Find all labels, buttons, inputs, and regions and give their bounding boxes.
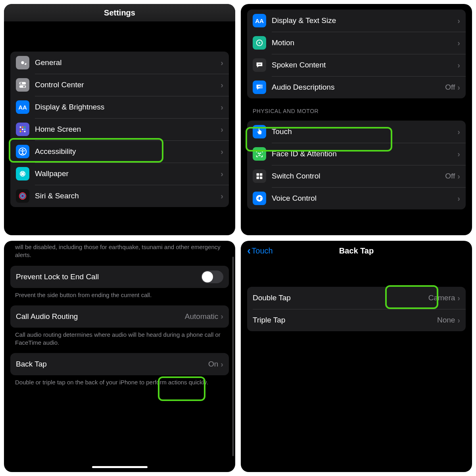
accessibility-row-spoken-content[interactable]: ••• Spoken Content › [247, 54, 466, 76]
accessibility-row-switch-control[interactable]: Switch Control Off › [247, 165, 466, 187]
svg-rect-9 [24, 129, 26, 130]
svg-point-26 [258, 153, 259, 153]
svg-point-15 [21, 173, 24, 175]
row-double-tap[interactable]: Double Tap Camera › [247, 287, 466, 309]
svg-rect-29 [260, 173, 262, 176]
settings-row-siri[interactable]: Siri & Search › [10, 185, 229, 207]
settings-row-display-brightness[interactable]: AA Display & Brightness › [10, 96, 229, 118]
accessibility-row-voice-control[interactable]: Voice Control › [247, 187, 466, 209]
motion-icon [253, 36, 266, 50]
touch-icon [253, 125, 266, 138]
faceid-icon [253, 147, 266, 161]
settings-row-accessibility[interactable]: Accessibility › [10, 140, 229, 163]
settings-panel: Settings General › Control Center › AA D… [4, 4, 235, 235]
accessibility-row-display-text[interactable]: AA Display & Text Size › [247, 10, 466, 32]
section-header-physical-motor: PHYSICAL AND MOTOR [253, 108, 460, 114]
home-indicator[interactable] [92, 466, 148, 468]
chevron-right-icon: › [457, 294, 460, 303]
row-label: Voice Control [272, 194, 457, 203]
row-label: Siri & Search [35, 192, 221, 200]
svg-point-25 [258, 86, 260, 87]
settings-row-wallpaper[interactable]: Wallpaper › [10, 163, 229, 185]
text-size-icon: AA [253, 14, 266, 27]
svg-point-3 [23, 86, 25, 88]
settings-row-general[interactable]: General › [10, 52, 229, 74]
wallpaper-icon [16, 167, 29, 180]
page-title: Back Tap [339, 246, 374, 255]
text-size-icon: AA [16, 100, 29, 114]
back-tap-panel: ‹ Touch Back Tap Double Tap Camera › Tri… [241, 241, 472, 472]
chevron-left-icon: ‹ [247, 245, 251, 256]
row-label: Accessibility [35, 147, 221, 156]
svg-point-14 [22, 149, 23, 151]
svg-rect-28 [257, 173, 259, 176]
svg-rect-10 [20, 131, 21, 132]
chevron-right-icon: › [221, 81, 223, 90]
disabled-alerts-text: will be disabled, including those for ea… [15, 243, 224, 259]
svg-text:•••: ••• [258, 62, 261, 66]
svg-point-27 [260, 153, 261, 153]
row-value: Camera [428, 294, 455, 302]
svg-rect-11 [22, 131, 23, 132]
call-audio-footer: Call audio routing determines where audi… [15, 331, 224, 347]
touch-settings-panel: will be disabled, including those for ea… [4, 241, 235, 472]
row-label: Home Screen [35, 125, 221, 134]
chevron-right-icon: › [457, 150, 460, 159]
back-button[interactable]: ‹ Touch [247, 245, 273, 256]
svg-rect-8 [22, 129, 23, 130]
row-label: General [35, 58, 221, 67]
chevron-right-icon: › [221, 147, 223, 156]
svg-rect-12 [24, 131, 26, 132]
chevron-right-icon: › [457, 316, 460, 325]
siri-icon [16, 189, 29, 203]
audio-description-icon [253, 81, 266, 94]
row-label: Touch [272, 127, 457, 136]
toggle-switch[interactable] [201, 271, 223, 283]
row-value: Automatic [185, 312, 218, 321]
row-label: Face ID & Attention [272, 150, 457, 158]
chevron-right-icon: › [457, 38, 460, 48]
row-value: Off [445, 172, 455, 180]
row-value: None [437, 316, 455, 324]
back-label: Touch [251, 246, 273, 255]
chevron-right-icon: › [221, 192, 223, 201]
accessibility-row-touch[interactable]: Touch › [247, 121, 466, 143]
speech-bubble-icon: ••• [253, 58, 266, 72]
svg-rect-30 [257, 177, 259, 179]
chevron-right-icon: › [221, 125, 223, 134]
chevron-right-icon: › [457, 172, 460, 181]
svg-point-20 [21, 194, 25, 198]
voice-control-icon [253, 192, 266, 205]
chevron-right-icon: › [221, 312, 223, 321]
accessibility-row-motion[interactable]: Motion › [247, 32, 466, 54]
accessibility-row-audio-descriptions[interactable]: Audio Descriptions Off › [247, 76, 466, 98]
row-label: Display & Brightness [35, 103, 221, 111]
back-tap-footer: Double or triple tap on the back of your… [15, 378, 224, 386]
accessibility-row-faceid[interactable]: Face ID & Attention › [247, 143, 466, 165]
nav-header: ‹ Touch Back Tap [241, 241, 472, 261]
row-prevent-lock[interactable]: Prevent Lock to End Call [10, 266, 229, 288]
row-label: Back Tap [16, 360, 208, 369]
scrollbar[interactable] [232, 257, 234, 456]
row-triple-tap[interactable]: Triple Tap None › [247, 309, 466, 331]
row-label: Prevent Lock to End Call [16, 273, 201, 281]
settings-row-home-screen[interactable]: Home Screen › [10, 118, 229, 140]
row-label: Call Audio Routing [16, 312, 185, 321]
chevron-right-icon: › [221, 360, 223, 369]
svg-point-2 [20, 83, 22, 84]
row-label: Spoken Content [272, 61, 457, 69]
gear-icon [16, 56, 29, 69]
toggles-icon [16, 78, 29, 92]
row-back-tap[interactable]: Back Tap On › [10, 353, 229, 375]
accessibility-panel: AA Display & Text Size › Motion › ••• Sp… [241, 4, 472, 235]
page-title: Settings [4, 4, 235, 21]
row-call-audio-routing[interactable]: Call Audio Routing Automatic › [10, 305, 229, 328]
chevron-right-icon: › [221, 58, 223, 67]
row-label: Switch Control [272, 172, 445, 180]
chevron-right-icon: › [457, 83, 460, 92]
chevron-right-icon: › [221, 103, 223, 112]
switch-control-icon [253, 169, 266, 183]
settings-row-control-center[interactable]: Control Center › [10, 74, 229, 96]
svg-rect-7 [20, 129, 21, 130]
svg-point-23 [259, 42, 260, 44]
